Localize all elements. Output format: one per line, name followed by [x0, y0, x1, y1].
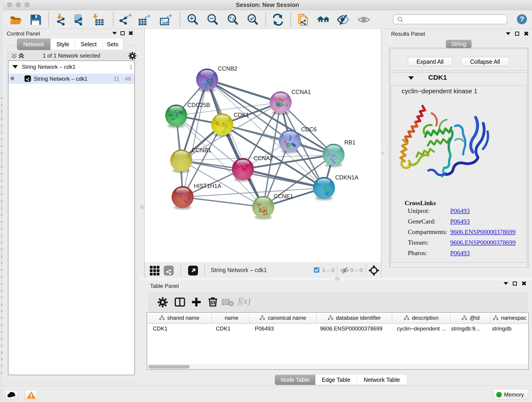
svg-text:CCNB1: CCNB1 [192, 147, 211, 153]
svg-text:CCNA2: CCNA2 [254, 155, 273, 161]
svg-text:CCNB2: CCNB2 [218, 65, 237, 72]
svg-text:CDKN1A: CDKN1A [335, 174, 359, 181]
svg-text:CDC25B: CDC25B [187, 102, 210, 108]
svg-text:CDK1: CDK1 [234, 112, 249, 118]
svg-text:HIST1H1A: HIST1H1A [194, 183, 221, 189]
svg-text:CCNE1: CCNE1 [274, 193, 293, 199]
svg-text:CDC6: CDC6 [301, 126, 317, 133]
svg-text:CCNA1: CCNA1 [291, 89, 311, 95]
svg-text:?: ? [520, 15, 524, 23]
svg-text:RB1: RB1 [344, 139, 355, 146]
